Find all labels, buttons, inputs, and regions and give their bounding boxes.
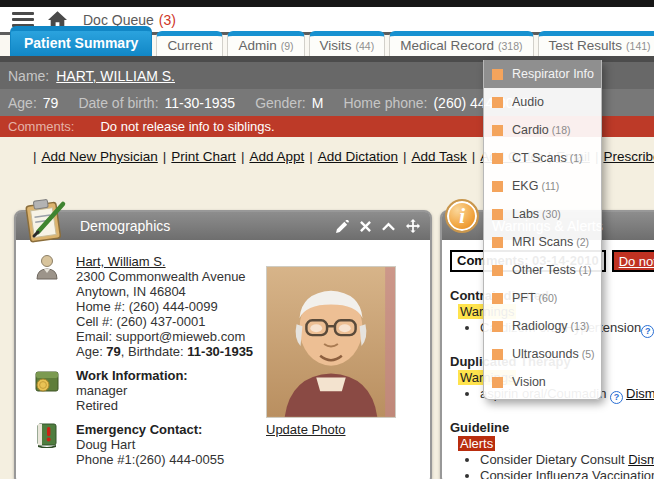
field-label: Gender: xyxy=(255,95,306,111)
do-not-release-link[interactable]: Do not release info to siblings. xyxy=(612,250,654,272)
dropdown-item-ekg[interactable]: EKG(11) xyxy=(484,172,601,200)
dropdown-item-mri-scans[interactable]: MRI Scans(2) xyxy=(484,228,601,256)
dropdown-item-vision[interactable]: Vision xyxy=(484,368,601,396)
move-icon[interactable] xyxy=(406,219,420,233)
patient-name-link[interactable]: HART, WILLIAM S. xyxy=(56,68,175,84)
dropdown-item-label: MRI Scans xyxy=(512,235,573,249)
work-info-header: Work Information: xyxy=(76,368,188,383)
test-results-dropdown: Respirator InfoAudioCardio(18)CT Scans(1… xyxy=(483,60,602,400)
action-link-print-chart[interactable]: Print Chart xyxy=(171,149,236,164)
top-black-strip xyxy=(0,0,654,7)
dismiss-link[interactable]: Dismiss xyxy=(628,452,654,467)
field-value: M xyxy=(312,95,324,111)
section-bullet-list: Consider Dietary Consult DismissConsider… xyxy=(480,452,654,479)
dropdown-item-count: (18) xyxy=(552,124,571,136)
link-separator: | xyxy=(33,149,37,164)
orange-square-icon xyxy=(492,97,503,108)
dropdown-item-count: (60) xyxy=(539,292,558,304)
alert-text: Consider Influenza Vaccination xyxy=(480,468,654,479)
dropdown-item-label: Audio xyxy=(512,95,544,109)
cell-phone-line: Cell #: (260) 437-0001 xyxy=(76,314,253,329)
dropdown-item-label: Other Tests xyxy=(512,263,576,277)
action-link-add-task[interactable]: Add Task xyxy=(412,149,467,164)
orange-square-icon xyxy=(492,153,503,164)
tab-label: Test Results xyxy=(549,38,623,53)
patient-field-gender: Gender:M xyxy=(255,95,323,111)
close-icon[interactable] xyxy=(360,221,371,232)
tab-admin[interactable]: Admin(9) xyxy=(227,31,304,56)
tab-test-results[interactable]: Test Results(141) xyxy=(538,31,654,56)
dropdown-item-ultrasounds[interactable]: Ultrasounds(5) xyxy=(484,340,601,368)
update-photo-link[interactable]: Update Photo xyxy=(266,422,346,437)
patient-photo-block: Update Photo xyxy=(266,266,398,437)
dropdown-item-label: CT Scans xyxy=(512,151,567,165)
action-link-prescribe[interactable]: Prescribe xyxy=(603,149,654,164)
info-icon: i xyxy=(445,199,479,233)
emergency-book-icon xyxy=(32,422,62,467)
dropdown-item-label: Radiology xyxy=(512,319,568,333)
orange-square-icon xyxy=(492,349,503,360)
tab-count: (318) xyxy=(498,40,523,52)
work-line-2: Retired xyxy=(76,398,188,413)
age-value: 79 xyxy=(106,344,120,359)
comments-label: Comments: xyxy=(8,119,74,134)
dropdown-item-cardio[interactable]: Cardio(18) xyxy=(484,116,601,144)
demographics-content: Hart, William S. 2300 Commonwealth Avenu… xyxy=(16,240,430,467)
work-line-1: manager xyxy=(76,383,188,398)
tab-visits[interactable]: Visits(44) xyxy=(309,31,386,56)
dismiss-link[interactable]: Dismiss xyxy=(626,386,654,401)
collapse-chevron-icon[interactable] xyxy=(382,222,395,231)
dropdown-item-count: (5) xyxy=(582,348,595,360)
address-line-2: Anytown, IN 46804 xyxy=(76,284,253,299)
tab-patient-summary[interactable]: Patient Summary xyxy=(10,26,152,56)
dropdown-item-other-tests[interactable]: Other Tests(1) xyxy=(484,256,601,284)
link-separator: | xyxy=(163,149,167,164)
dropdown-item-respirator-info[interactable]: Respirator Info xyxy=(484,60,601,88)
action-link-add-new-physician[interactable]: Add New Physician xyxy=(42,149,158,164)
age-birthdate-line: Age: 79, Birthdate: 11-30-1935 xyxy=(76,344,253,359)
tab-label: Patient Summary xyxy=(24,35,138,51)
help-question-icon[interactable]: ? xyxy=(641,325,654,338)
patient-field-date-of-birth: Date of birth:11-30-1935 xyxy=(78,95,235,111)
dropdown-item-audio[interactable]: Audio xyxy=(484,88,601,116)
dropdown-item-label: Labs xyxy=(512,207,539,221)
person-icon xyxy=(32,254,62,359)
alert-bullet-item: Consider Dietary Consult Dismiss xyxy=(480,452,654,467)
tab-medical-record[interactable]: Medical Record(318) xyxy=(389,31,533,56)
help-question-icon[interactable]: ? xyxy=(610,391,623,404)
dropdown-item-count: (11) xyxy=(541,180,559,192)
orange-square-icon xyxy=(492,125,503,136)
tab-label: Current xyxy=(167,38,212,53)
doc-queue-count: (3) xyxy=(159,12,176,28)
emergency-line-2: Phone #1:(260) 444-0055 xyxy=(76,452,224,467)
dropdown-item-pft[interactable]: PFT(60) xyxy=(484,284,601,312)
action-link-add-dictation[interactable]: Add Dictation xyxy=(318,149,398,164)
warnings-section-guideline: GuidelineAlertsConsider Dietary Consult … xyxy=(450,420,654,479)
dropdown-item-label: Respirator Info xyxy=(512,67,594,81)
orange-square-icon xyxy=(492,321,503,332)
link-separator: | xyxy=(241,149,245,164)
section-tag: Alerts xyxy=(458,436,495,451)
tab-current[interactable]: Current xyxy=(156,31,223,56)
action-link-add-appt[interactable]: Add Appt xyxy=(249,149,304,164)
dropdown-item-ct-scans[interactable]: CT Scans(1) xyxy=(484,144,601,172)
link-separator: | xyxy=(472,149,476,164)
field-label: Date of birth: xyxy=(78,95,158,111)
dropdown-item-labs[interactable]: Labs(30) xyxy=(484,200,601,228)
dropdown-item-label: PFT xyxy=(512,291,536,305)
menu-icon[interactable] xyxy=(12,12,34,27)
patient-photo xyxy=(266,266,396,418)
birthdate-value: 11-30-1935 xyxy=(187,344,253,359)
tab-count: (44) xyxy=(356,40,375,52)
tab-label: Medical Record xyxy=(400,38,494,53)
home-phone-line: Home #: (260) 444-0099 xyxy=(76,299,253,314)
orange-square-icon xyxy=(492,265,503,276)
dropdown-item-label: Vision xyxy=(512,375,546,389)
dropdown-item-count: (1) xyxy=(579,264,592,276)
orange-square-icon xyxy=(492,293,503,304)
demographics-name-link[interactable]: Hart, William S. xyxy=(76,254,166,269)
tab-label: Visits xyxy=(320,38,352,53)
emergency-line-1: Doug Hart xyxy=(76,437,224,452)
edit-pencil-icon[interactable] xyxy=(336,220,349,233)
dropdown-item-radiology[interactable]: Radiology(13) xyxy=(484,312,601,340)
